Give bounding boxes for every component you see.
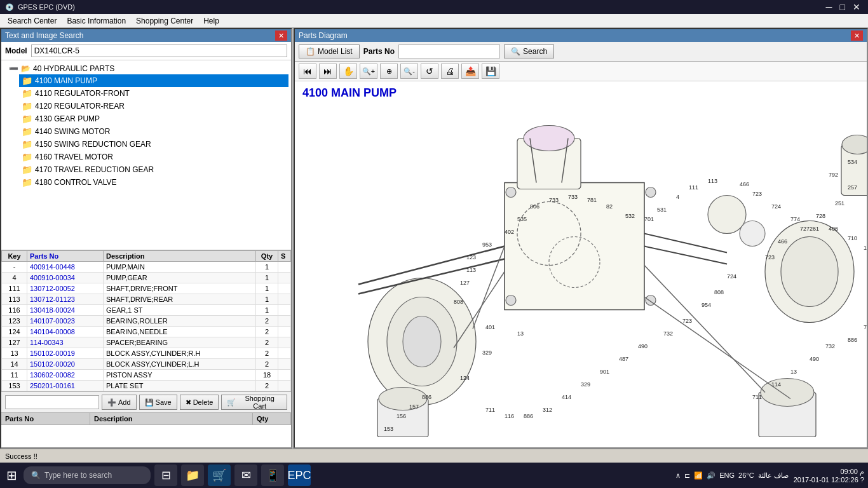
svg-text:123: 123 — [466, 254, 476, 261]
nav-zoom-out-button[interactable]: 🔍- — [400, 64, 418, 79]
nav-zoom-fit-button[interactable]: ⊕ — [380, 64, 398, 79]
model-input[interactable] — [31, 44, 287, 57]
model-list-button[interactable]: 📋 Model List — [299, 44, 360, 58]
cell-key: 113 — [2, 294, 27, 305]
tree-item-reg-rear[interactable]: 📁 4120 REGULATOR-REAR — [19, 100, 288, 112]
clock[interactable]: 09:00 م 2017-01-01 12:02:26 ? — [794, 468, 864, 484]
tree-container[interactable]: ➖ 📂 40 HYDRAULIC PARTS 📁 4100 MAIN PUMP … — [1, 60, 291, 250]
cell-key: 123 — [2, 316, 27, 327]
taskbar-app-store[interactable]: 🛒 — [208, 464, 231, 486]
svg-point-29 — [708, 196, 746, 234]
table-row[interactable]: 4 400910-00034 PUMP,GEAR 1 — [2, 273, 291, 283]
svg-text:733: 733 — [549, 197, 559, 203]
svg-text:531: 531 — [657, 207, 667, 213]
table-row[interactable]: 127 114-00343 SPACER;BEARING 2 — [2, 337, 291, 348]
cell-partsno: 130712-00052 — [27, 283, 104, 294]
svg-text:723: 723 — [682, 318, 692, 324]
svg-text:724: 724 — [771, 203, 781, 210]
nav-zoom-reset-button[interactable]: ↺ — [421, 64, 438, 79]
table-row[interactable]: 123 140107-00023 BEARING,ROLLER 2 — [2, 316, 291, 327]
cell-description: SHAFT,DRIVE;REAR — [104, 294, 256, 305]
cell-partsno: 400910-00034 — [27, 273, 104, 283]
svg-text:113: 113 — [708, 178, 717, 184]
taskbar-search[interactable]: 🔍 — [24, 466, 151, 484]
bottom-input[interactable] — [5, 395, 99, 409]
nav-pan-button[interactable]: ✋ — [339, 64, 357, 79]
nav-print-button[interactable]: 🖨 — [441, 64, 459, 79]
table-row[interactable]: 14 150102-00020 BLOCK ASSY,CYLINDER;L.H … — [2, 359, 291, 370]
add-button[interactable]: ➕ Add — [102, 395, 137, 410]
taskbar-app-explorer[interactable]: 📁 — [181, 464, 204, 486]
save-button[interactable]: 💾 Save — [139, 395, 177, 410]
tray-network-icon: 📶 — [694, 471, 703, 480]
table-row[interactable]: 116 130418-00024 GEAR,1 ST 1 — [2, 305, 291, 316]
nav-save-image-button[interactable]: 💾 — [482, 64, 499, 79]
table-row[interactable]: 111 130712-00052 SHAFT,DRIVE;FRONT 1 — [2, 283, 291, 294]
tray-lang[interactable]: ENG — [719, 471, 735, 479]
tree-item-travel-reduction[interactable]: 📁 4170 TRAVEL REDUCTION GEAR — [19, 163, 288, 176]
menu-search-center[interactable]: Search Center — [3, 15, 62, 27]
nav-last-button[interactable]: ⏭ — [319, 64, 337, 79]
tree-item-main-pump[interactable]: 📁 4100 MAIN PUMP — [19, 74, 288, 87]
cell-key: 11 — [2, 370, 27, 381]
tray-expand-icon[interactable]: ∧ — [675, 471, 681, 480]
tree-item-swing-motor[interactable]: 📁 4140 SWING MOTOR — [19, 125, 288, 138]
svg-text:901: 901 — [600, 369, 609, 375]
menu-bar: Search Center Basic Information Shopping… — [0, 14, 868, 28]
tree-item-reg-front[interactable]: 📁 4110 REGULATOR-FRONT — [19, 87, 288, 100]
search-button[interactable]: 🔍 Search — [504, 44, 554, 58]
close-button[interactable]: ✕ — [850, 2, 863, 12]
tree-item-gear-pump[interactable]: 📁 4130 GEAR PUMP — [19, 112, 288, 125]
table-row[interactable]: 153 250201-00161 PLATE SET 2 — [2, 381, 291, 391]
menu-help[interactable]: Help — [198, 15, 224, 27]
table-row[interactable]: 124 140104-00008 BEARING,NEEDLE 2 — [2, 327, 291, 337]
maximize-button[interactable]: □ — [837, 2, 848, 12]
tree-root-label: 40 HYDRAULIC PARTS — [33, 64, 114, 73]
folder-icon-6: 📁 — [22, 152, 32, 162]
nav-first-button[interactable]: ⏮ — [299, 64, 316, 79]
diagram-area[interactable]: 534 792 257 251 728 727 466 723 724 808 … — [295, 102, 867, 447]
cell-s — [278, 283, 291, 294]
delete-button[interactable]: ✖ Delete — [180, 395, 219, 410]
cell-s — [278, 262, 291, 273]
taskbar-app-mail[interactable]: ✉ — [234, 464, 257, 486]
cell-s — [278, 316, 291, 327]
tree-item-travel-motor[interactable]: 📁 4160 TRAVEL MOTOR — [19, 151, 288, 163]
svg-point-4 — [403, 316, 441, 367]
svg-text:728: 728 — [816, 213, 825, 219]
right-panel-close-button[interactable]: ✕ — [851, 30, 863, 41]
cell-s — [278, 305, 291, 316]
main-container: Text and Image Search ✕ Model ➖ 📂 40 HYD… — [0, 28, 868, 449]
cart-icon: 🛒 — [227, 398, 236, 407]
table-row[interactable]: 113 130712-01123 SHAFT,DRIVE;REAR 1 — [2, 294, 291, 305]
start-button[interactable]: ⊞ — [4, 465, 20, 485]
shopping-cart-button[interactable]: 🛒 Shopping Cart — [221, 395, 287, 410]
cell-partsno: 140104-00008 — [27, 327, 104, 337]
cell-s — [278, 359, 291, 370]
svg-text:806: 806 — [530, 203, 539, 210]
left-panel-close-button[interactable]: ✕ — [275, 30, 287, 41]
menu-shopping-center[interactable]: Shopping Center — [131, 15, 198, 27]
tree-root-item[interactable]: ➖ 📂 40 HYDRAULIC PARTS — [6, 63, 288, 74]
cell-qty: 2 — [256, 348, 278, 359]
tree-item-control-valve[interactable]: 📁 4180 CONTROL VALVE — [19, 176, 288, 189]
menu-basic-info[interactable]: Basic Information — [62, 15, 131, 27]
table-row[interactable]: 13 150102-00019 BLOCK ASSY,CYLINDER;R.H … — [2, 348, 291, 359]
taskbar-app-phone[interactable]: 📱 — [261, 464, 284, 486]
table-row[interactable]: - 400914-00448 PUMP,MAIN 1 — [2, 262, 291, 273]
taskbar-app-taskswitcher[interactable]: ⊟ — [154, 464, 177, 486]
nav-zoom-in-button[interactable]: 🔍+ — [360, 64, 377, 79]
tray-volume-icon[interactable]: 🔊 — [707, 471, 715, 480]
taskbar-search-input[interactable] — [44, 471, 140, 480]
nav-export-button[interactable]: 📤 — [461, 64, 479, 79]
tree-item-swing-reduction[interactable]: 📁 4150 SWING REDUCTION GEAR — [19, 138, 288, 151]
cell-description: PISTON ASSY — [104, 370, 256, 381]
cell-key: 14 — [2, 359, 27, 370]
cell-description: BLOCK ASSY,CYLINDER;L.H — [104, 359, 256, 370]
cell-qty: 2 — [256, 359, 278, 370]
parts-table-container[interactable]: Key Parts No Description Qty S - 400914-… — [1, 250, 291, 391]
parts-no-input[interactable] — [398, 44, 500, 58]
taskbar-app-epc[interactable]: EPC — [288, 464, 311, 486]
table-row[interactable]: 11 130602-00082 PISTON ASSY 18 — [2, 370, 291, 381]
minimize-button[interactable]: ─ — [824, 2, 835, 12]
